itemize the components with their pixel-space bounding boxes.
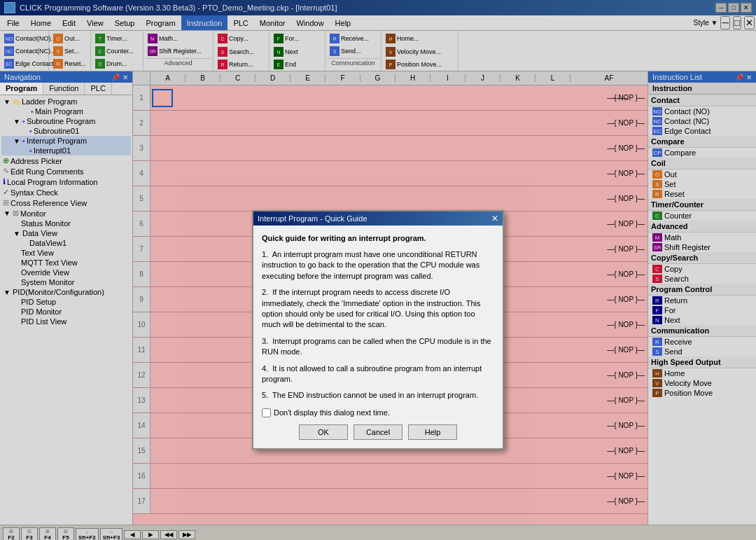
modal-buttons: OK Cancel Help: [262, 424, 494, 440]
modal-cancel-button[interactable]: Cancel: [354, 424, 402, 440]
modal-ok-button[interactable]: OK: [299, 424, 348, 440]
modal-body: Quick guide for writing an interrupt pro…: [253, 226, 503, 448]
modal-intro-text: Quick guide for writing an interrupt pro…: [262, 234, 494, 242]
modal-item-1: 1. An interrupt program must have one un…: [262, 249, 494, 282]
modal-item-5: 5. The END instruction cannot be used in…: [262, 390, 494, 401]
modal-dialog: Interrupt Program - Quick Guide ✕ Quick …: [252, 210, 504, 450]
modal-help-button[interactable]: Help: [408, 424, 457, 440]
modal-item-3: 3. Interrupt programs can be called when…: [262, 336, 494, 358]
modal-overlay: Interrupt Program - Quick Guide ✕ Quick …: [0, 0, 756, 540]
modal-close-button[interactable]: ✕: [491, 214, 498, 223]
dont-display-label: Don't display this dialog next time.: [274, 408, 390, 417]
modal-checkbox-row: Don't display this dialog next time.: [262, 408, 494, 417]
modal-item-2: 2. If the interrupt program needs to acc…: [262, 287, 494, 331]
dont-display-checkbox[interactable]: [262, 408, 271, 417]
modal-title-bar: Interrupt Program - Quick Guide ✕: [253, 212, 503, 226]
modal-title: Interrupt Program - Quick Guide: [258, 214, 368, 223]
modal-item-4: 4. It is not allowed to call a subroutin…: [262, 364, 494, 385]
